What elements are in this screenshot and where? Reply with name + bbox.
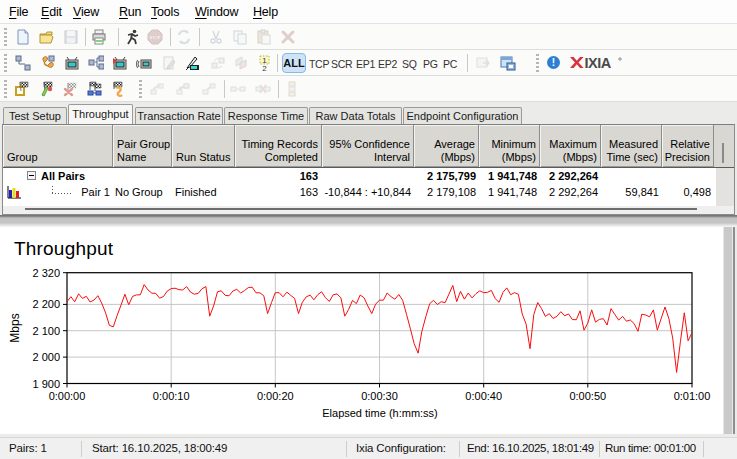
svg-text:2: 2 — [262, 64, 267, 72]
svg-text:2 100: 2 100 — [32, 325, 60, 337]
svg-text:Mbps: Mbps — [8, 313, 22, 342]
svg-text:0:00:50: 0:00:50 — [569, 390, 606, 402]
svg-text:0:00:00: 0:00:00 — [49, 390, 86, 402]
svg-text:0:00:20: 0:00:20 — [257, 390, 294, 402]
svg-text:IXIA: IXIA — [585, 56, 612, 71]
svg-text:STOP: STOP — [150, 35, 161, 40]
svg-text:2 320: 2 320 — [32, 267, 60, 279]
svg-text:0:00:40: 0:00:40 — [465, 390, 502, 402]
svg-text:2 000: 2 000 — [32, 351, 60, 363]
svg-text:0:00:10: 0:00:10 — [153, 390, 190, 402]
svg-text:2 200: 2 200 — [32, 298, 60, 310]
svg-text:1 900: 1 900 — [32, 378, 60, 390]
svg-text:Elapsed time (h:mm:ss): Elapsed time (h:mm:ss) — [322, 407, 438, 419]
svg-text:0:01:00: 0:01:00 — [674, 390, 711, 402]
svg-text:0:00:30: 0:00:30 — [361, 390, 398, 402]
